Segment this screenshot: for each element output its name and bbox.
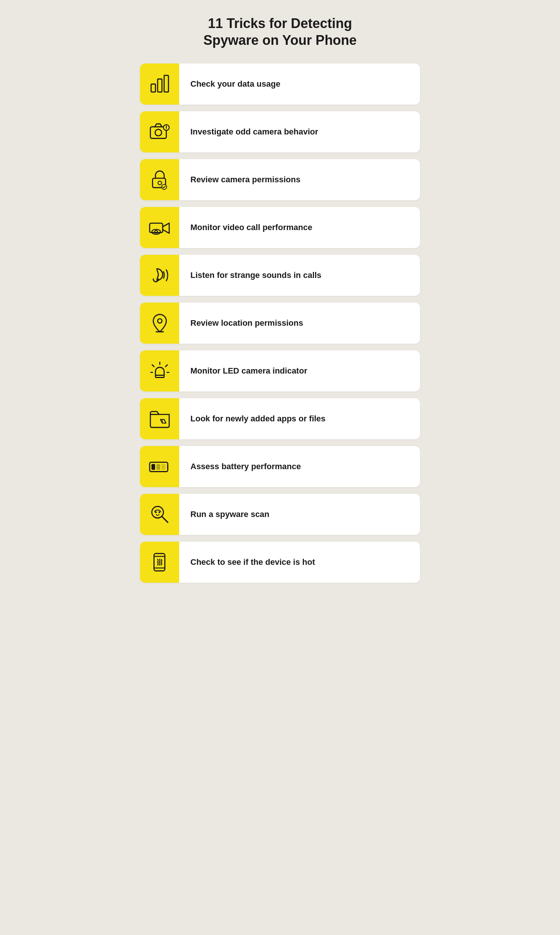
video-eye-icon [140,207,179,248]
list-item: Investigate odd camera behavior [140,111,420,152]
ear-waves-icon [140,255,179,296]
svg-point-10 [161,185,166,190]
item-label-7: Monitor LED camera indicator [179,358,318,384]
spy-search-icon [140,494,179,535]
main-container: 11 Tricks for Detecting Spyware on Your … [140,15,420,583]
svg-rect-2 [164,75,168,92]
list-item: Review camera permissions [140,159,420,200]
page-title: 11 Tricks for Detecting Spyware on Your … [140,15,420,49]
item-label-9: Assess battery performance [179,454,312,480]
lock-check-icon [140,159,179,200]
item-label-3: Review camera permissions [179,167,312,193]
item-label-11: Check to see if the device is hot [179,550,326,575]
svg-point-9 [158,181,162,185]
svg-rect-0 [151,84,155,92]
location-pin-icon [140,303,179,344]
list-item: Listen for strange sounds in calls [140,255,420,296]
battery-low-icon [140,446,179,487]
svg-line-19 [165,365,167,367]
svg-point-31 [155,511,157,513]
item-label-6: Review location permissions [179,310,314,336]
svg-rect-27 [157,464,160,470]
svg-rect-26 [151,464,155,470]
item-label-4: Monitor video call performance [179,215,323,240]
camera-alert-icon [140,111,179,152]
phone-heat-icon [140,542,179,583]
list-item: Check your data usage [140,63,420,105]
list-item: Assess battery performance [140,446,420,487]
list-item: Look for newly added apps or files [140,398,420,439]
alarm-light-icon [140,350,179,391]
list-item: Monitor LED camera indicator [140,350,420,391]
folder-warning-icon [140,398,179,439]
item-label-2: Investigate odd camera behavior [179,119,329,145]
item-label-10: Run a spyware scan [179,502,281,527]
svg-point-14 [157,319,162,323]
svg-line-18 [152,365,154,367]
svg-point-7 [166,128,166,129]
items-list: Check your data usage Investigate odd ca… [140,63,420,583]
item-label-8: Look for newly added apps or files [179,406,337,432]
list-item: Review location permissions [140,303,420,344]
list-item: Monitor video call performance [140,207,420,248]
list-item: Run a spyware scan [140,494,420,535]
bar-chart-icon [140,63,179,105]
svg-line-30 [161,516,167,522]
svg-rect-28 [161,464,165,470]
item-label-1: Check your data usage [179,71,292,97]
svg-point-13 [155,231,157,234]
svg-point-24 [162,422,162,423]
svg-point-32 [158,511,160,513]
svg-rect-1 [157,79,162,92]
list-item: Check to see if the device is hot [140,542,420,583]
svg-point-4 [155,129,161,136]
item-label-5: Listen for strange sounds in calls [179,263,332,288]
